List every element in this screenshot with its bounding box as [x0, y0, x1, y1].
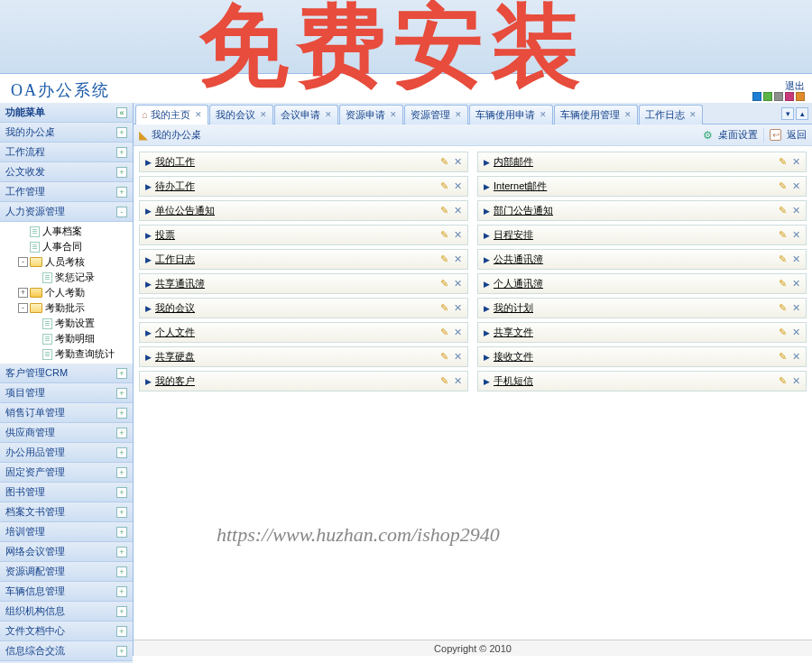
panel-title[interactable]: 共享硬盘 [155, 350, 195, 364]
tab[interactable]: 车辆使用申请✕ [469, 105, 553, 124]
collapse-triangle-icon[interactable]: ▶ [484, 328, 490, 337]
theme-color-swatch[interactable] [774, 92, 783, 101]
edit-icon[interactable]: ✎ [779, 156, 787, 168]
sidebar-item[interactable]: 工作管理+ [0, 182, 133, 202]
panel-title[interactable]: 共享文件 [494, 326, 533, 339]
edit-icon[interactable]: ✎ [440, 253, 448, 265]
sidebar-item[interactable]: 供应商管理+ [0, 423, 133, 443]
tab-close-icon[interactable]: ✕ [390, 110, 397, 119]
close-icon[interactable]: ✕ [792, 180, 800, 192]
sidebar-item[interactable]: 网络会议管理+ [0, 542, 133, 562]
edit-icon[interactable]: ✎ [779, 278, 787, 290]
edit-icon[interactable]: ✎ [440, 205, 448, 216]
close-icon[interactable]: ✕ [454, 278, 462, 290]
tab-close-icon[interactable]: ✕ [325, 110, 332, 119]
panel-title[interactable]: 我的计划 [494, 301, 533, 315]
collapse-triangle-icon[interactable]: ▶ [145, 158, 152, 167]
panel-title[interactable]: 公共通讯簿 [494, 253, 543, 266]
panel-title[interactable]: 个人文件 [155, 326, 195, 339]
tree-node[interactable]: 人事档案 [0, 224, 133, 239]
close-icon[interactable]: ✕ [454, 327, 462, 338]
sidebar-item[interactable]: 图书管理+ [0, 483, 133, 502]
collapse-triangle-icon[interactable]: ▶ [145, 328, 152, 337]
theme-color-picker[interactable] [752, 92, 805, 101]
panel-title[interactable]: 个人通讯簿 [494, 277, 543, 290]
collapse-triangle-icon[interactable]: ▶ [145, 353, 152, 362]
close-icon[interactable]: ✕ [792, 302, 800, 314]
sidebar-item[interactable]: 固定资产管理+ [0, 463, 133, 483]
tab-scroll-button[interactable]: ▾ [781, 107, 794, 120]
close-icon[interactable]: ✕ [792, 156, 800, 168]
close-icon[interactable]: ✕ [792, 253, 800, 265]
panel-title[interactable]: 投票 [155, 228, 175, 242]
tab[interactable]: 资源申请✕ [339, 105, 403, 124]
theme-color-swatch[interactable] [752, 92, 761, 101]
collapse-triangle-icon[interactable]: ▶ [484, 255, 490, 264]
back-link[interactable]: 返回 [787, 128, 807, 142]
close-icon[interactable]: ✕ [792, 278, 800, 290]
edit-icon[interactable]: ✎ [779, 375, 787, 387]
panel-title[interactable]: 单位公告通知 [155, 204, 215, 217]
sidebar-item[interactable]: 客户管理CRM+ [0, 364, 133, 383]
panel-title[interactable]: 我的会议 [155, 301, 195, 315]
expand-icon[interactable]: + [116, 447, 127, 458]
theme-color-swatch[interactable] [785, 92, 794, 101]
sidebar-item[interactable]: 办公用品管理+ [0, 443, 133, 463]
theme-color-swatch[interactable] [796, 92, 805, 101]
edit-icon[interactable]: ✎ [779, 229, 787, 241]
close-icon[interactable]: ✕ [454, 351, 462, 363]
edit-icon[interactable]: ✎ [779, 327, 787, 338]
expand-icon[interactable]: + [116, 167, 127, 178]
tree-node[interactable]: -人员考核 [0, 254, 133, 270]
collapse-triangle-icon[interactable]: ▶ [484, 304, 490, 313]
sidebar-item[interactable]: 人力资源管理- [0, 202, 133, 222]
edit-icon[interactable]: ✎ [440, 302, 448, 314]
expand-icon[interactable]: + [116, 507, 127, 518]
sidebar-header[interactable]: 功能菜单 « [0, 103, 133, 123]
close-icon[interactable]: ✕ [792, 229, 800, 241]
expand-icon[interactable]: + [116, 547, 127, 557]
sidebar-item[interactable]: 项目管理+ [0, 383, 133, 403]
close-icon[interactable]: ✕ [454, 375, 462, 387]
collapse-triangle-icon[interactable]: ▶ [145, 231, 152, 240]
tree-node[interactable]: -考勤批示 [0, 300, 133, 316]
expand-icon[interactable]: + [116, 388, 127, 399]
sidebar-item[interactable]: 信息综合交流+ [0, 641, 133, 661]
edit-icon[interactable]: ✎ [440, 278, 448, 290]
collapse-triangle-icon[interactable]: ▶ [484, 280, 490, 289]
tree-expand-icon[interactable]: - [18, 303, 28, 313]
expand-icon[interactable]: - [116, 207, 127, 217]
close-icon[interactable]: ✕ [454, 253, 462, 265]
panel-title[interactable]: 内部邮件 [494, 155, 533, 169]
edit-icon[interactable]: ✎ [440, 375, 448, 387]
panel-title[interactable]: 接收文件 [494, 350, 533, 364]
collapse-triangle-icon[interactable]: ▶ [145, 304, 152, 313]
panel-title[interactable]: 日程安排 [494, 228, 533, 242]
tab[interactable]: 我的会议✕ [209, 105, 273, 124]
close-icon[interactable]: ✕ [454, 302, 462, 314]
edit-icon[interactable]: ✎ [779, 351, 787, 363]
edit-icon[interactable]: ✎ [440, 351, 448, 363]
edit-icon[interactable]: ✎ [440, 229, 448, 241]
expand-icon[interactable]: + [116, 646, 127, 657]
close-icon[interactable]: ✕ [792, 375, 800, 387]
tab-close-icon[interactable]: ✕ [260, 110, 267, 119]
expand-icon[interactable]: + [116, 187, 127, 198]
sidebar-item[interactable]: 工作流程+ [0, 143, 133, 162]
edit-icon[interactable]: ✎ [779, 253, 787, 265]
desktop-settings-link[interactable]: 桌面设置 [718, 128, 758, 142]
exit-link[interactable]: 退出 [785, 79, 805, 93]
sidebar-item[interactable]: 档案文书管理+ [0, 502, 133, 522]
collapse-triangle-icon[interactable]: ▶ [145, 255, 152, 264]
expand-icon[interactable]: + [116, 586, 127, 597]
close-icon[interactable]: ✕ [792, 351, 800, 363]
expand-icon[interactable]: + [116, 147, 127, 158]
tab-menu-button[interactable]: ▴ [796, 107, 808, 120]
collapse-triangle-icon[interactable]: ▶ [145, 377, 152, 386]
close-icon[interactable]: ✕ [454, 180, 462, 192]
collapse-triangle-icon[interactable]: ▶ [145, 207, 152, 216]
tree-node[interactable]: 考勤查询统计 [0, 346, 133, 362]
expand-icon[interactable]: + [116, 368, 127, 379]
tab-close-icon[interactable]: ✕ [540, 110, 547, 119]
sidebar-item[interactable]: 公文收发+ [0, 162, 133, 182]
